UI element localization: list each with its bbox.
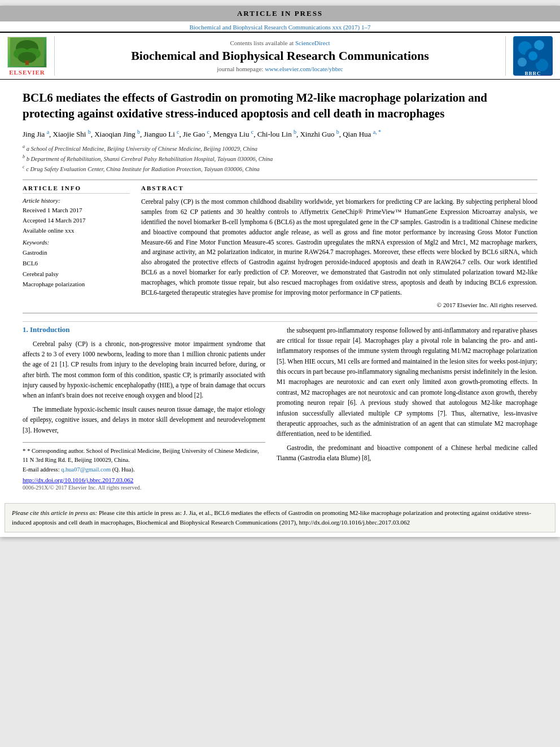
elsevier-text: ELSEVIER — [9, 69, 45, 76]
article-dates: Received 1 March 2017 Accepted 14 March … — [23, 206, 130, 235]
keywords-list: Gastrodin BCL6 Cerebral palsy Macrophage… — [23, 247, 130, 290]
journal-homepage: journal homepage: www.elsevier.com/locat… — [217, 65, 343, 72]
elsevier-logo-area: ELSEVIER — [5, 36, 50, 76]
contents-line: Contents lists available at ScienceDirec… — [230, 40, 330, 46]
copyright-footer: 0006-291X/© 2017 Elsevier Inc. All right… — [23, 484, 265, 491]
elsevier-tree-image — [7, 37, 47, 68]
citation-bar: Please cite this article in press as: Pl… — [5, 503, 555, 532]
sciencedirect-link[interactable]: ScienceDirect — [295, 40, 330, 46]
article-body: BCL6 mediates the effects of Gastrodin o… — [0, 80, 560, 496]
svg-point-12 — [528, 51, 537, 60]
intro-body-right: the subsequent pro-inflammatory response… — [277, 325, 537, 464]
footnote-star: * * Corresponding author. School of Prec… — [23, 446, 265, 465]
journal-reference: Biochemical and Biophysical Research Com… — [0, 21, 560, 32]
intro-heading: 1. Introduction — [23, 325, 265, 334]
journal-header: ELSEVIER Contents lists available at Sci… — [0, 32, 560, 80]
bbrc-image: BBRC — [513, 36, 553, 76]
svg-point-9 — [518, 58, 527, 67]
abstract-copyright: © 2017 Elsevier Inc. All rights reserved… — [141, 302, 537, 308]
footnote-email: E-mail address: q.hua07@gmail.com (Q. Hu… — [23, 465, 265, 474]
journal-homepage-link[interactable]: www.elsevier.com/locate/ybbrc — [265, 65, 343, 72]
abstract-heading: ABSTRACT — [141, 185, 537, 194]
intro-left-col: 1. Introduction Cerebral palsy (CP) is a… — [23, 325, 265, 491]
authors-line: Jing Jia a, Xiaojie Shi b, Xiaoqian Jing… — [23, 128, 537, 140]
svg-text:BBRC: BBRC — [524, 71, 541, 75]
article-title: BCL6 mediates the effects of Gastrodin o… — [23, 90, 537, 122]
footnote-area: * * Corresponding author. School of Prec… — [23, 442, 265, 474]
abstract-col: ABSTRACT Cerebral palsy (CP) is the most… — [141, 185, 537, 308]
journal-main-title: Biochemical and Biophysical Research Com… — [131, 49, 429, 63]
aip-banner: ARTICLE IN PRESS — [0, 6, 560, 21]
intro-right-col: the subsequent pro-inflammatory response… — [277, 325, 537, 491]
article-info-heading: ARTICLE INFO — [23, 185, 130, 194]
abstract-text: Cerebral palsy (CP) is the most common c… — [141, 197, 537, 298]
affiliations: a a School of Preclinical Medicine, Beij… — [23, 143, 537, 174]
info-abstract-cols: ARTICLE INFO Article history: Received 1… — [23, 185, 537, 308]
history-label: Article history: — [23, 197, 130, 204]
svg-rect-5 — [25, 60, 29, 65]
email-link[interactable]: q.hua07@gmail.com — [61, 466, 111, 473]
introduction-section: 1. Introduction Cerebral palsy (CP) is a… — [23, 321, 537, 491]
doi-link[interactable]: http://dx.doi.org/10.1016/j.bbrc.2017.03… — [23, 477, 133, 483]
journal-title-area: Contents lists available at ScienceDirec… — [54, 36, 506, 76]
divider-top — [23, 180, 537, 180]
divider-mid — [23, 313, 537, 313]
intro-body-left: Cerebral palsy (CP) is a chronic, non-pr… — [23, 339, 265, 436]
bbrc-logo-area: BBRC — [510, 36, 555, 76]
article-info-col: ARTICLE INFO Article history: Received 1… — [23, 185, 130, 308]
doi-line: http://dx.doi.org/10.1016/j.bbrc.2017.03… — [23, 477, 265, 483]
keywords-label: Keywords: — [23, 239, 130, 246]
